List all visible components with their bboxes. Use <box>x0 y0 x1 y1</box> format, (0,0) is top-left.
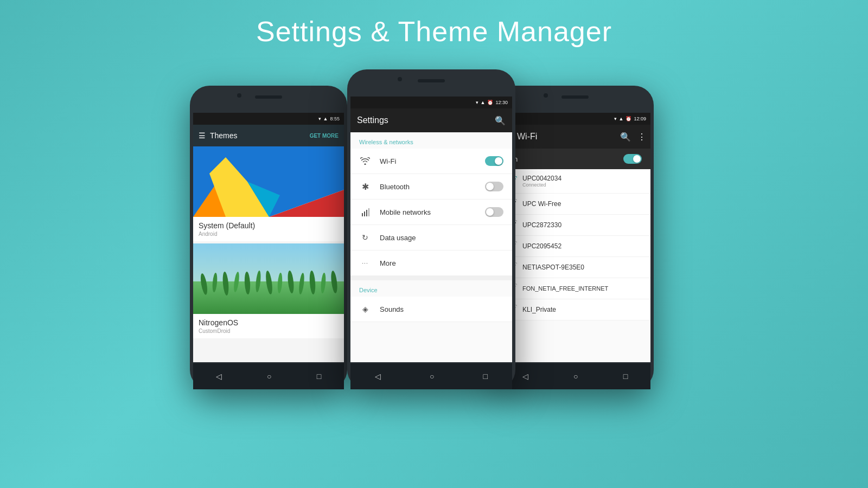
wifi-name-upc0042034: UPC0042034 <box>522 175 643 182</box>
wifi-item-info-netiaspot: NETIASPOT-9E35E0 <box>522 264 643 271</box>
theme2-image <box>193 243 344 314</box>
right-home-btn[interactable]: ○ <box>573 372 578 381</box>
right-signal-icon: ▲ <box>619 116 624 121</box>
wifi-network-netiaspot[interactable]: NETIASPOT-9E35E0 <box>500 257 650 278</box>
wifi-toolbar: ← Wi-Fi 🔍 ⋮ <box>500 125 650 149</box>
wifi-screen-title: Wi-Fi <box>517 132 616 142</box>
wifi-on-bar: On <box>500 149 650 169</box>
wifi-label: Wi-Fi <box>380 157 476 165</box>
sounds-icon: ◈ <box>359 303 371 315</box>
sounds-item[interactable]: ◈ Sounds <box>350 297 512 322</box>
wifi-network-kliprivate[interactable]: KLI_Private <box>500 299 650 320</box>
wifi-name-upc2095452: UPC2095452 <box>522 242 643 250</box>
wifi-item-info-fonnetia: FON_NETIA_FREE_INTERNET <box>522 285 643 292</box>
settings-toolbar: Settings 🔍 <box>350 108 512 132</box>
center-signal-icon: ▲ <box>481 100 486 105</box>
theme-card-1[interactable]: System (Default) Android <box>193 146 344 241</box>
settings-body: Wireless & networks Wi-Fi <box>350 132 512 362</box>
page-title: Settings & Theme Manager <box>256 15 612 48</box>
center-home-btn[interactable]: ○ <box>430 372 434 381</box>
right-status-bar: ▾ ▲ ⏰ 12:09 <box>500 113 650 125</box>
device-section-header: Device <box>350 280 512 297</box>
left-home-btn[interactable]: ○ <box>267 372 271 381</box>
wifi-network-upc0042034[interactable]: UPC0042034 Connected <box>500 169 650 194</box>
settings-title: Settings <box>357 115 388 125</box>
phone-left: ▾ ▲ 8:55 ☰ Themes GET MORE <box>190 86 347 389</box>
left-recent-btn[interactable]: □ <box>317 372 321 381</box>
left-time: 8:55 <box>330 116 340 121</box>
theme2-name: NitrogenOS <box>199 318 339 327</box>
bluetooth-icon: ✱ <box>359 181 371 192</box>
mobile-toggle[interactable] <box>485 207 503 217</box>
bluetooth-toggle[interactable] <box>485 182 503 191</box>
mobile-icon <box>359 206 371 218</box>
section-divider <box>350 276 512 280</box>
right-back-btn[interactable]: ◁ <box>522 372 528 381</box>
phone-right: ▾ ▲ ⏰ 12:09 ← Wi-Fi 🔍 ⋮ On <box>496 86 654 389</box>
wifi-name-netiaspot: NETIASPOT-9E35E0 <box>522 264 643 271</box>
center-status-bar: ▾ ▲ ⏰ 12:30 <box>350 97 512 108</box>
wifi-item[interactable]: Wi-Fi <box>350 149 512 174</box>
svg-rect-24 <box>368 208 369 216</box>
data-label: Data usage <box>380 234 503 242</box>
wireless-section-header: Wireless & networks <box>350 132 512 149</box>
wifi-network-upc2095452[interactable]: UPC2095452 <box>500 236 650 257</box>
svg-rect-23 <box>366 210 367 216</box>
wifi-search-icon[interactable]: 🔍 <box>620 132 631 142</box>
bluetooth-label: Bluetooth <box>380 183 476 191</box>
wifi-item-info-upc0042034: UPC0042034 Connected <box>522 175 643 188</box>
center-back-btn[interactable]: ◁ <box>375 372 381 381</box>
data-icon: ↻ <box>359 232 371 243</box>
phone-center: ▾ ▲ ⏰ 12:30 Settings 🔍 Wireless & networ… <box>347 69 515 389</box>
wifi-item-info-upc2095452: UPC2095452 <box>522 242 643 250</box>
phone-center-screen: ▾ ▲ ⏰ 12:30 Settings 🔍 Wireless & networ… <box>350 97 512 362</box>
wifi-more-icon[interactable]: ⋮ <box>637 132 646 142</box>
center-time: 12:30 <box>495 100 508 105</box>
sounds-label: Sounds <box>380 305 503 313</box>
right-recent-btn[interactable]: □ <box>623 372 628 381</box>
left-back-btn[interactable]: ◁ <box>216 372 222 381</box>
wifi-toggle[interactable] <box>485 156 503 166</box>
center-alarm-icon: ⏰ <box>487 100 493 105</box>
wifi-item-info-upc2872330: UPC2872330 <box>522 221 643 229</box>
wifi-on-toggle[interactable] <box>623 154 642 164</box>
phones-container: ▾ ▲ 8:55 ☰ Themes GET MORE <box>190 64 678 433</box>
more-item[interactable]: ··· More <box>350 251 512 276</box>
center-nav: ◁ ○ □ <box>350 363 512 389</box>
wifi-network-upc2872330[interactable]: UPC2872330 <box>500 215 650 236</box>
bluetooth-item[interactable]: ✱ Bluetooth <box>350 174 512 200</box>
settings-search-icon[interactable]: 🔍 <box>495 115 506 126</box>
wifi-network-list: UPC0042034 Connected <box>500 169 650 362</box>
center-recent-btn[interactable]: □ <box>483 372 488 381</box>
center-wifi-icon: ▾ <box>476 100 478 105</box>
themes-title: Themes <box>210 131 305 140</box>
left-status-bar: ▾ ▲ 8:55 <box>193 113 344 125</box>
wifi-name-fonnetia: FON_NETIA_FREE_INTERNET <box>522 285 643 292</box>
theme1-sub: Android <box>199 231 339 237</box>
phone-right-screen: ▾ ▲ ⏰ 12:09 ← Wi-Fi 🔍 ⋮ On <box>500 113 650 362</box>
wifi-name-kliprivate: KLI_Private <box>522 306 643 313</box>
right-wifi-icon: ▾ <box>614 116 617 121</box>
data-item[interactable]: ↻ Data usage <box>350 225 512 251</box>
wifi-item-info-upcwifree: UPC Wi-Free <box>522 200 643 208</box>
menu-icon[interactable]: ☰ <box>199 131 206 140</box>
get-more-button[interactable]: GET MORE <box>310 133 339 139</box>
left-wifi-icon: ▾ <box>318 116 321 121</box>
right-alarm-icon: ⏰ <box>626 116 631 121</box>
left-signal-icon: ▲ <box>323 116 328 121</box>
wifi-name-upc2872330: UPC2872330 <box>522 221 643 229</box>
more-label: More <box>380 259 503 267</box>
mobile-label: Mobile networks <box>380 208 476 216</box>
wifi-network-upcwifree[interactable]: UPC Wi-Free <box>500 194 650 215</box>
svg-rect-22 <box>364 211 365 216</box>
wifi-network-fonnetia[interactable]: FON_NETIA_FREE_INTERNET <box>500 278 650 299</box>
phone-left-screen: ▾ ▲ 8:55 ☰ Themes GET MORE <box>193 113 344 362</box>
svg-rect-21 <box>362 213 363 216</box>
theme2-sub: CustomDroid <box>199 328 339 334</box>
theme-card-2[interactable]: NitrogenOS CustomDroid <box>193 243 344 338</box>
right-nav: ◁ ○ □ <box>500 363 650 389</box>
mobile-item[interactable]: Mobile networks <box>350 200 512 225</box>
wifi-name-upcwifree: UPC Wi-Free <box>522 200 643 208</box>
theme1-name: System (Default) <box>199 221 339 230</box>
left-nav: ◁ ○ □ <box>193 363 344 389</box>
